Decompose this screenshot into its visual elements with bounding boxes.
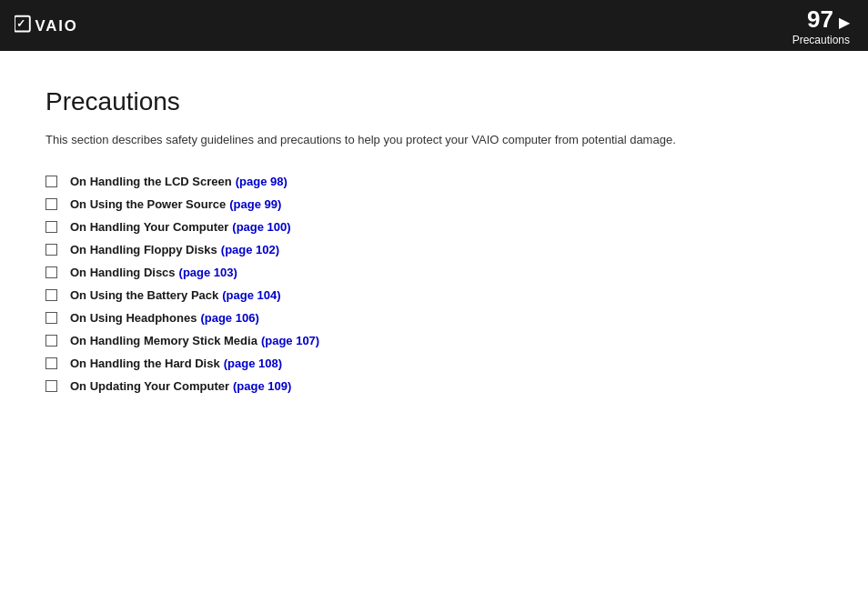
- toc-item-text: On Handling Memory Stick Media: [70, 334, 257, 347]
- toc-item: On Handling the Hard Disk (page 108): [45, 357, 823, 370]
- toc-item: On Using the Battery Pack (page 104): [45, 288, 823, 302]
- toc-list: On Handling the LCD Screen (page 98)On U…: [45, 175, 823, 393]
- toc-item-link[interactable]: (page 104): [222, 288, 280, 302]
- toc-item: On Handling Discs (page 103): [45, 266, 823, 279]
- checkbox-icon: [45, 312, 57, 324]
- header-section-title: Precautions: [792, 34, 850, 46]
- toc-item-text: On Handling Discs: [70, 266, 176, 279]
- header-right: 97 ▶ Precautions: [792, 5, 850, 46]
- checkbox-icon: [45, 244, 57, 256]
- toc-item: On Using Headphones (page 106): [45, 311, 823, 325]
- toc-item-text: On Using the Battery Pack: [70, 288, 218, 302]
- checkbox-icon: [45, 335, 57, 347]
- checkbox-icon: [45, 266, 57, 278]
- toc-item-text: On Handling Your Computer: [70, 220, 228, 234]
- page-number: 97: [807, 5, 833, 34]
- toc-item-link[interactable]: (page 100): [232, 220, 290, 234]
- page-description: This section describes safety guidelines…: [45, 131, 823, 149]
- toc-item: On Handling the LCD Screen (page 98): [45, 175, 823, 188]
- svg-text:✓: ✓: [16, 17, 25, 30]
- toc-item-text: On Updating Your Computer: [70, 379, 229, 393]
- toc-item: On Handling Your Computer (page 100): [45, 220, 823, 234]
- checkbox-icon: [45, 176, 57, 187]
- checkbox-icon: [45, 289, 57, 301]
- vaio-logo: ✓ VAIO: [15, 13, 91, 38]
- checkbox-icon: [45, 380, 57, 392]
- main-content: Precautions This section describes safet…: [0, 51, 868, 429]
- toc-item-link[interactable]: (page 99): [229, 197, 281, 211]
- checkbox-icon: [45, 198, 57, 210]
- toc-item-text: On Using Headphones: [70, 311, 197, 325]
- toc-item-link[interactable]: (page 108): [224, 357, 282, 370]
- toc-item: On Handling Floppy Disks (page 102): [45, 243, 823, 256]
- toc-item-link[interactable]: (page 102): [221, 243, 279, 256]
- toc-item-text: On Handling the Hard Disk: [70, 357, 220, 370]
- arrow-icon: ▶: [839, 14, 850, 31]
- header: ✓ VAIO 97 ▶ Precautions: [0, 0, 868, 51]
- toc-item-text: On Handling Floppy Disks: [70, 243, 217, 256]
- toc-item-link[interactable]: (page 106): [200, 311, 258, 325]
- toc-item: On Handling Memory Stick Media (page 107…: [45, 334, 823, 347]
- toc-item: On Updating Your Computer (page 109): [45, 379, 823, 393]
- checkbox-icon: [45, 357, 57, 369]
- toc-item-link[interactable]: (page 98): [236, 175, 288, 188]
- toc-item-link[interactable]: (page 103): [179, 266, 237, 279]
- toc-item-text: On Handling the LCD Screen: [70, 175, 232, 188]
- page-title: Precautions: [45, 87, 823, 116]
- toc-item-link[interactable]: (page 109): [233, 379, 291, 393]
- toc-item-link[interactable]: (page 107): [261, 334, 319, 347]
- checkbox-icon: [45, 221, 57, 233]
- svg-text:VAIO: VAIO: [35, 17, 77, 35]
- toc-item-text: On Using the Power Source: [70, 197, 226, 211]
- toc-item: On Using the Power Source (page 99): [45, 197, 823, 211]
